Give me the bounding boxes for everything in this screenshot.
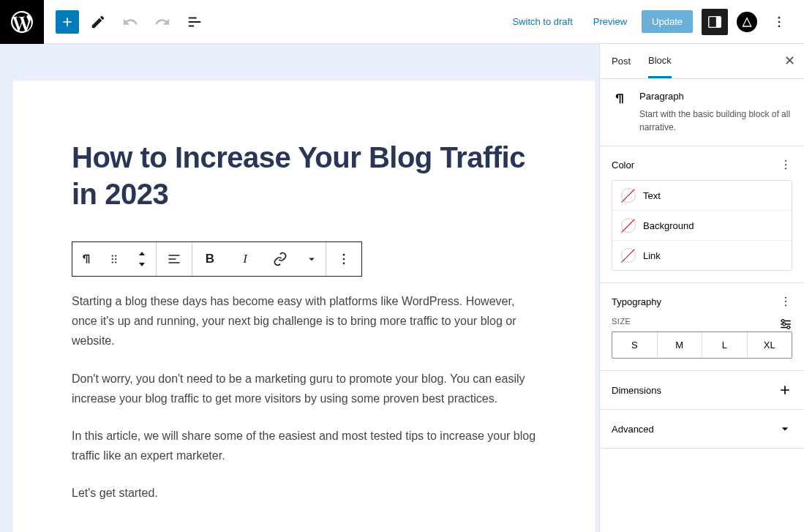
add-block-button[interactable] — [56, 10, 79, 34]
dimensions-panel[interactable]: Dimensions — [600, 371, 804, 410]
link-color-row[interactable]: Link — [612, 241, 792, 270]
move-buttons[interactable] — [128, 242, 156, 276]
size-m-button[interactable]: M — [658, 332, 703, 358]
drag-handle-icon[interactable] — [100, 242, 128, 276]
update-button[interactable]: Update — [642, 10, 693, 33]
typography-panel-title: Typography — [612, 296, 661, 307]
size-label: SIZE — [612, 317, 631, 326]
svg-point-6 — [115, 255, 116, 256]
block-type-title: Paragraph — [639, 91, 792, 102]
color-panel-title: Color — [612, 160, 634, 171]
color-label: Text — [643, 190, 661, 201]
swatch-icon — [621, 248, 636, 263]
options-menu-button[interactable] — [766, 9, 792, 35]
paragraph-block[interactable]: Don't worry, you don't need to be a mark… — [72, 369, 536, 408]
svg-point-12 — [343, 258, 345, 261]
svg-point-15 — [785, 164, 786, 165]
text-color-row[interactable]: Text — [612, 181, 792, 211]
svg-point-3 — [778, 20, 781, 23]
paragraph-block[interactable]: In this article, we will share some of t… — [72, 426, 536, 465]
svg-point-18 — [785, 301, 786, 302]
svg-point-22 — [781, 320, 784, 323]
size-l-button[interactable]: L — [702, 332, 748, 358]
background-color-row[interactable]: Background — [612, 211, 792, 241]
svg-point-19 — [785, 304, 786, 306]
close-sidebar-button[interactable]: ✕ — [784, 53, 795, 69]
svg-point-5 — [112, 255, 113, 256]
block-type-description: Start with the basic building block of a… — [639, 108, 792, 134]
advanced-label: Advanced — [612, 424, 654, 435]
color-panel-menu[interactable] — [779, 158, 792, 171]
advanced-panel[interactable]: Advanced — [600, 410, 804, 449]
settings-sidebar: Post Block ✕ Paragraph Start with the ba… — [599, 44, 804, 532]
svg-point-16 — [785, 168, 786, 169]
tab-post[interactable]: Post — [612, 45, 631, 77]
color-label: Background — [643, 220, 694, 231]
bold-button[interactable]: B — [192, 242, 228, 276]
svg-point-2 — [778, 16, 781, 18]
link-button[interactable] — [263, 242, 298, 276]
paragraph-icon — [612, 91, 629, 134]
block-toolbar: B I — [72, 241, 362, 277]
size-xl-button[interactable]: XL — [748, 332, 792, 358]
svg-point-10 — [115, 261, 116, 263]
svg-point-20 — [787, 326, 790, 329]
paragraph-block[interactable]: Starting a blog these days has become ea… — [72, 291, 536, 351]
undo-button[interactable] — [117, 9, 143, 35]
svg-rect-1 — [716, 16, 721, 27]
dimensions-label: Dimensions — [612, 385, 661, 396]
svg-point-4 — [778, 25, 781, 27]
editor-canvas: How to Increase Your Blog Traffic in 202… — [0, 44, 599, 532]
switch-to-draft-button[interactable]: Switch to draft — [506, 12, 578, 31]
size-s-button[interactable]: S — [612, 332, 658, 358]
svg-point-7 — [112, 258, 113, 260]
preview-button[interactable]: Preview — [587, 12, 633, 31]
post-title[interactable]: How to Increase Your Blog Traffic in 202… — [72, 139, 536, 212]
italic-button[interactable]: I — [228, 242, 263, 276]
svg-point-13 — [343, 263, 345, 265]
chevron-down-icon — [778, 422, 792, 436]
size-settings-icon[interactable] — [779, 318, 792, 331]
wordpress-logo[interactable] — [0, 0, 44, 44]
plus-icon — [778, 383, 792, 397]
tab-block[interactable]: Block — [648, 45, 672, 78]
typography-panel-menu[interactable] — [779, 295, 792, 308]
paragraph-block[interactable]: Let's get started. — [72, 483, 536, 503]
plugin-avatar[interactable] — [737, 12, 757, 32]
document-overview-button[interactable] — [181, 9, 208, 35]
svg-point-9 — [112, 261, 113, 263]
svg-point-8 — [115, 258, 116, 260]
tools-button[interactable] — [85, 9, 111, 35]
swatch-icon — [621, 188, 636, 203]
svg-point-21 — [783, 323, 786, 326]
svg-point-11 — [343, 254, 345, 256]
redo-button[interactable] — [149, 9, 176, 35]
settings-sidebar-toggle[interactable] — [702, 9, 728, 35]
editor-topbar: Switch to draft Preview Update — [0, 0, 804, 44]
block-options-button[interactable] — [326, 242, 361, 276]
svg-point-14 — [785, 160, 786, 162]
more-formatting-button[interactable] — [298, 242, 326, 276]
align-button[interactable] — [157, 242, 192, 276]
block-type-paragraph-icon[interactable] — [72, 242, 100, 276]
svg-point-17 — [785, 297, 786, 299]
color-label: Link — [643, 250, 661, 261]
swatch-icon — [621, 218, 636, 233]
